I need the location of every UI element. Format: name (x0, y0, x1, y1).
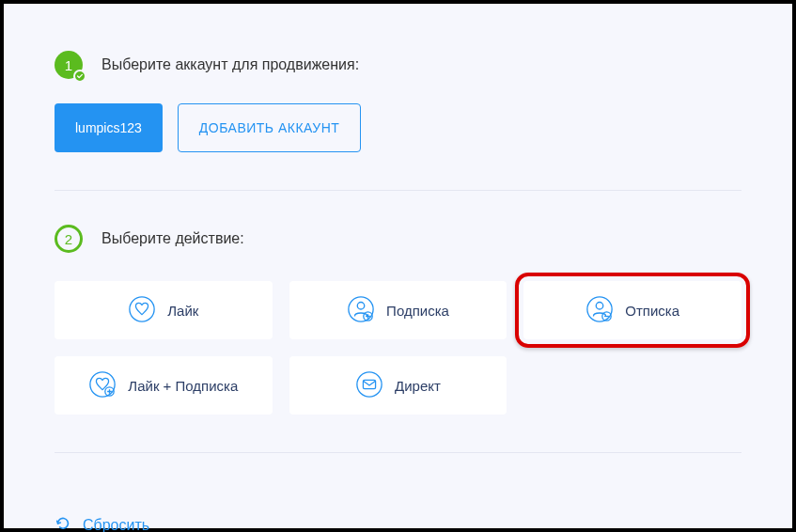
svg-point-0 (130, 296, 154, 321)
svg-point-9 (357, 371, 382, 396)
mail-icon (355, 370, 383, 401)
action-like-label: Лайк (167, 303, 198, 319)
reset-button[interactable]: Сбросить (55, 515, 149, 532)
action-direct[interactable]: Директ (289, 356, 507, 415)
actions-grid: Лайк Подписка Отписка Лайк + Подписка (55, 281, 741, 415)
reset-label: Сбросить (83, 517, 149, 532)
action-like-follow-label: Лайк + Подписка (128, 378, 238, 394)
check-icon (73, 70, 86, 83)
action-like[interactable]: Лайк (55, 281, 273, 339)
step-2-header: 2 Выберите действие: (55, 225, 741, 253)
heart-icon (128, 295, 156, 326)
step-2-badge: 2 (55, 225, 83, 253)
svg-point-7 (90, 371, 115, 396)
step-1-badge: 1 (55, 51, 83, 79)
accounts-row: lumpics123 ДОБАВИТЬ АККАУНТ (55, 103, 741, 152)
add-account-button[interactable]: ДОБАВИТЬ АККАУНТ (178, 103, 362, 152)
action-follow[interactable]: Подписка (289, 281, 507, 339)
step-2-number: 2 (65, 231, 72, 247)
step-2-title: Выберите действие: (101, 230, 244, 247)
svg-point-5 (597, 302, 604, 309)
user-plus-icon (347, 295, 375, 326)
divider (55, 190, 741, 191)
svg-point-2 (357, 302, 365, 309)
action-unfollow-label: Отписка (625, 303, 679, 319)
heart-plus-icon (88, 370, 117, 401)
step-1-number: 1 (65, 57, 72, 73)
reset-icon (55, 515, 71, 532)
divider (55, 452, 741, 453)
action-follow-label: Подписка (386, 303, 449, 319)
action-like-follow[interactable]: Лайк + Подписка (55, 356, 273, 415)
user-minus-icon (585, 295, 614, 326)
step-1-title: Выберите аккаунт для продвижения: (101, 56, 359, 73)
promotion-setup-panel: 1 Выберите аккаунт для продвижения: lump… (4, 4, 792, 528)
action-direct-label: Директ (395, 378, 441, 394)
action-unfollow[interactable]: Отписка (523, 281, 741, 339)
step-1-header: 1 Выберите аккаунт для продвижения: (55, 51, 741, 79)
svg-rect-10 (364, 380, 376, 388)
account-chip-selected[interactable]: lumpics123 (55, 103, 163, 152)
